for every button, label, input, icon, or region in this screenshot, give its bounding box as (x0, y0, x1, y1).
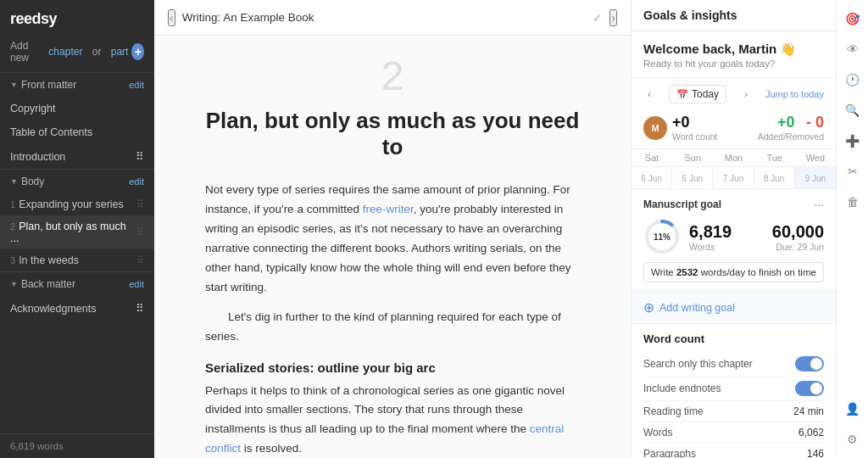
sidebar-item-chapter-2[interactable]: 2Plan, but only as much ... ⠿ (0, 215, 154, 249)
add-new-text: Add new (10, 40, 39, 64)
search-chapter-row: Search only this chapter (643, 352, 824, 377)
plus-icon-button[interactable]: ➕ (841, 129, 865, 153)
cal-cell-3[interactable]: 8 Jun (754, 167, 795, 188)
calendar-grid: Sat Sun Mon Tue Wed 6 Jun 6 Jun 7 Jun 8 … (632, 148, 836, 189)
word-count-block: M +0 Word count (643, 114, 718, 142)
drag-handle-intro[interactable]: ⠿ (136, 150, 144, 163)
sidebar-item-intro[interactable]: Introduction ⠿ (0, 144, 154, 169)
cal-cell-1[interactable]: 6 Jun (672, 167, 713, 188)
goals-icon-button[interactable]: 🎯 (841, 7, 865, 31)
drag-handle-ch1[interactable]: ⠿ (136, 198, 144, 210)
jump-today-link[interactable]: Jump to today (765, 89, 824, 99)
word-count-bottom: 6,819 words (0, 433, 154, 458)
main-editor: ‹ Writing: An Example Book ✓ › 2 Plan, b… (154, 0, 631, 458)
include-endnotes-row: Include endnotes (643, 377, 824, 401)
words-label: Words (689, 242, 732, 252)
add-goal-icon: ⊕ (643, 299, 654, 316)
add-new-section: Add new chapter or part + (0, 35, 154, 72)
icon-bar: 🎯 👁 🕐 🔍 ➕ ✂ 🗑 👤 ⚙ (836, 0, 868, 458)
back-matter-header[interactable]: ▼ Back matter edit (0, 272, 154, 296)
drag-handle-ch2[interactable]: ⠿ (136, 226, 144, 238)
search-chapter-toggle[interactable] (795, 356, 824, 371)
clock-icon-button[interactable]: 🕐 (841, 68, 865, 92)
add-goal-button[interactable]: ⊕ Add writing goal (632, 292, 836, 324)
body-edit[interactable]: edit (129, 176, 144, 187)
free-writer-link[interactable]: free-writer (363, 203, 414, 215)
today-button[interactable]: 📅 Today (669, 85, 726, 103)
welcome-subtitle: Ready to hit your goals today? (643, 59, 824, 69)
body-label: ▼ Body (10, 176, 44, 187)
drag-handle-ack[interactable]: ⠿ (136, 302, 144, 315)
front-matter-edit[interactable]: edit (129, 80, 144, 90)
manuscript-goal-title: Manuscript goal (643, 198, 721, 210)
panel-header: Goals & insights (632, 0, 836, 31)
manuscript-goal-header: Manuscript goal ··· (643, 198, 824, 211)
add-button[interactable]: + (131, 43, 144, 60)
editor-paragraph-3: Perhaps it helps to think of a chronolog… (205, 382, 580, 459)
back-button[interactable]: ‹ (168, 9, 175, 26)
next-date-button[interactable]: › (740, 87, 752, 102)
back-matter-edit[interactable]: edit (129, 279, 144, 289)
reading-time-val: 24 min (793, 405, 824, 417)
reading-time-label: Reading time (643, 405, 704, 417)
sidebar-item-chapter-3[interactable]: 3In the weeds ⠿ (0, 249, 154, 271)
chevron-icon: ▼ (10, 81, 18, 89)
cal-header-tue: Tue (754, 149, 795, 167)
welcome-section: Welcome back, Martin 👋 Ready to hit your… (632, 31, 836, 78)
words-stat-label: Words (643, 427, 672, 438)
word-count-num: +0 (672, 114, 718, 131)
chevron-icon: ▼ (10, 177, 18, 186)
add-part-link[interactable]: part (111, 46, 129, 58)
progress-pct: 11% (654, 232, 670, 242)
prev-date-button[interactable]: ‹ (643, 87, 655, 102)
word-count-label: Word count (672, 131, 718, 142)
central-conflict-link[interactable]: central conflict (205, 422, 564, 455)
reading-time-row: Reading time 24 min (643, 401, 824, 422)
date-nav: ‹ 📅 Today › Jump to today (632, 78, 836, 110)
include-endnotes-toggle[interactable] (795, 381, 824, 396)
add-chapter-link[interactable]: chapter (48, 46, 82, 58)
today-label: Today (692, 88, 719, 100)
drag-handle-ch3[interactable]: ⠿ (136, 254, 144, 266)
added-removed-block: +0 - 0 Added/Removed (758, 114, 824, 142)
body-header[interactable]: ▼ Body edit (0, 170, 154, 193)
sidebar-item-toc[interactable]: Table of Contents (0, 120, 154, 144)
back-matter-label: ▼ Back matter (10, 278, 75, 290)
manuscript-goal: Manuscript goal ··· 11% 6,819 Words (632, 189, 836, 292)
added-num: +0 (777, 114, 795, 131)
cal-cell-2[interactable]: 7 Jun (713, 167, 754, 188)
paragraphs-row: Paragraphs 146 (643, 444, 824, 458)
cal-cell-0[interactable]: 6 Jun (632, 167, 672, 188)
cal-header-sun: Sun (672, 149, 713, 167)
progress-ring: 11% (643, 218, 681, 255)
scissors-icon-button[interactable]: ✂ (841, 159, 865, 183)
include-endnotes-label: Include endnotes (643, 383, 721, 394)
body-group: ▼ Body edit 1Expanding your series ⠿ 2Pl… (0, 169, 154, 271)
wordcount-section-title: Word count (643, 332, 824, 345)
editor-content[interactable]: 2 Plan, but only as much as you need to … (154, 36, 631, 458)
editor-toolbar: ‹ Writing: An Example Book ✓ › (154, 0, 631, 36)
target-num: 60,000 (772, 222, 824, 242)
finish-on-time-button[interactable]: Write 2532 words/day to finish on time (643, 262, 824, 282)
settings-icon-button[interactable]: ⚙ (841, 427, 865, 451)
add-or-text: or (92, 46, 102, 58)
target-label: Due: 29 Jun (772, 242, 824, 252)
user-icon-button[interactable]: 👤 (841, 397, 865, 421)
finish-btn-prefix: Write (651, 267, 676, 277)
sidebar-item-chapter-1[interactable]: 1Expanding your series ⠿ (0, 193, 154, 215)
search-icon-button[interactable]: 🔍 (841, 98, 865, 122)
finish-btn-words: 2532 (676, 267, 698, 277)
words-stat-row: Words 6,062 (643, 422, 824, 444)
sidebar-item-copyright[interactable]: Copyright (0, 97, 154, 120)
trash-icon-button[interactable]: 🗑 (841, 190, 865, 214)
eye-icon-button[interactable]: 👁 (841, 37, 865, 61)
chevron-icon: ▼ (10, 280, 18, 288)
next-button[interactable]: › (609, 9, 617, 26)
back-matter-group: ▼ Back matter edit Acknowledgments ⠿ (0, 271, 154, 321)
cal-cell-4[interactable]: 9 Jun (795, 167, 836, 188)
front-matter-header[interactable]: ▼ Front matter edit (0, 73, 154, 97)
sidebar-item-acknowledgments[interactable]: Acknowledgments ⠿ (0, 296, 154, 321)
sidebar-header: reedsy (0, 0, 154, 35)
chapter-number: 2 (205, 53, 580, 99)
goal-more-button[interactable]: ··· (814, 198, 824, 211)
